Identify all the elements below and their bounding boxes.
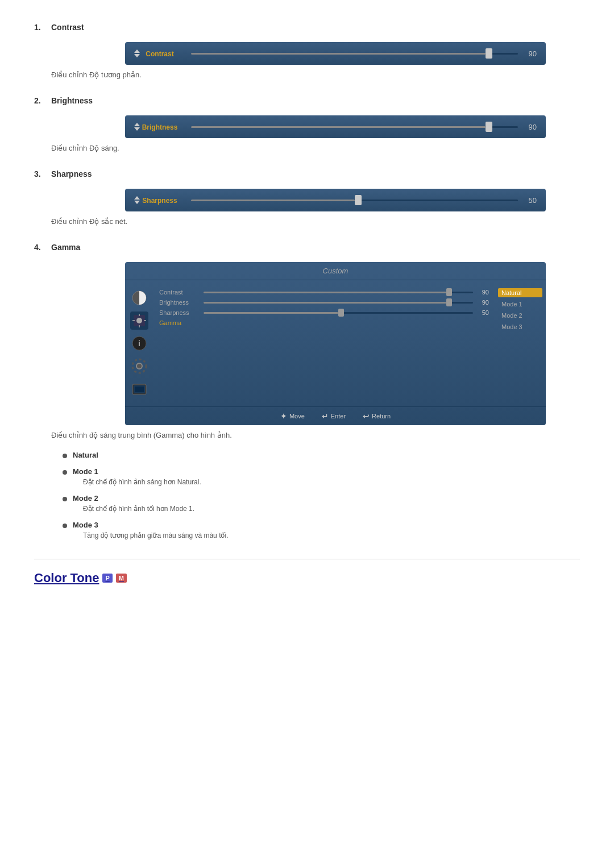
brightness-title: Brightness [51,96,93,105]
brightness-description: Điều chỉnh Độ sáng. [51,144,580,152]
contrast-label: Contrast [146,50,173,58]
bullet-natural-content: Natural [73,451,98,462]
sharpness-label: Sharpness [142,197,177,205]
gamma-sharpness-label: Sharpness [159,309,199,316]
gamma-options-column[interactable]: Natural Mode 1 Mode 2 Mode 3 [495,286,546,401]
bullet-dot-mode1 [63,470,67,475]
gamma-gamma-row: Gamma [159,319,489,326]
contrast-arrow-up[interactable] [134,49,140,53]
sharpness-arrow-up[interactable] [134,196,140,200]
sharpness-icon: i [130,334,148,352]
svg-rect-13 [135,387,144,392]
contrast-header: 1. Contrast [34,23,580,40]
return-icon: ↩ [363,412,370,421]
svg-point-2 [136,318,142,323]
gamma-header: 4. Gamma [34,243,580,260]
gamma-menu-header: Custom [125,262,546,280]
sharpness-track-container: 50 [191,196,537,205]
brightness-slider-ui[interactable]: Brightness 90 [125,115,546,138]
gamma-return-btn[interactable]: ↩ Return [363,412,391,421]
gamma-sharpness-val: 50 [478,309,489,316]
color-tone-title: Color Tone P M [34,571,580,585]
brightness-thumb [486,122,492,132]
contrast-track-container: 90 [191,49,537,58]
svg-point-9 [136,363,142,369]
contrast-arrows[interactable] [134,49,140,57]
gamma-sharpness-track[interactable] [204,312,473,314]
bullet-mode1-content: Mode 1 Đặt chế độ hình ảnh sáng hơn Natu… [73,467,201,488]
bullet-dot-natural [63,454,67,458]
gamma-gear-icon [130,357,148,375]
svg-text:i: i [138,339,140,348]
gamma-contrast-label: Contrast [159,289,199,296]
brightness-header: 2. Brightness [34,96,580,113]
brightness-value: 90 [522,123,537,131]
bullet-mode2-title: Mode 2 [73,494,194,502]
bullet-dot-mode2 [63,497,67,501]
contrast-fill [191,53,486,55]
gamma-option-natural[interactable]: Natural [498,288,542,297]
gamma-sharpness-row: Sharpness 50 [159,309,489,316]
sharpness-description: Điều chỉnh Độ sắc nét. [51,217,580,226]
gamma-move-btn[interactable]: ✦ Move [280,412,305,421]
bullet-natural-title: Natural [73,451,98,459]
sharpness-value: 50 [522,196,537,205]
bullet-mode3-desc: Tăng độ tương phản giữa màu sáng và màu … [83,531,228,539]
gamma-option-mode2[interactable]: Mode 2 [498,311,542,320]
gamma-contrast-val: 90 [478,289,489,296]
gamma-enter-btn[interactable]: ↵ Enter [322,412,346,421]
brightness-label: Brightness [142,123,178,131]
gamma-brightness-track[interactable] [204,302,473,304]
bullet-mode1-desc: Đặt chế độ hình ảnh sáng hơn Natural. [83,478,201,486]
gamma-option-mode1[interactable]: Mode 1 [498,300,542,309]
gamma-icon-column: i [125,286,154,401]
sharpness-slider-ui[interactable]: Sharpness 50 [125,189,546,211]
sharpness-track[interactable] [191,200,518,201]
image-icon [130,380,148,398]
gamma-gamma-label: Gamma [159,319,199,326]
bullet-mode1: Mode 1 Đặt chế độ hình ảnh sáng hơn Natu… [63,467,580,488]
gamma-title: Gamma [51,243,80,252]
brightness-track-container: 90 [191,123,537,131]
return-label: Return [372,413,391,420]
gamma-menu: Custom [125,262,546,425]
gamma-option-mode3[interactable]: Mode 3 [498,322,542,331]
gamma-menu-content: i [125,280,546,406]
bullet-mode2-desc: Đặt chế độ hình ảnh tối hơn Mode 1. [83,505,194,513]
gamma-section: 4. Gamma Custom [34,243,580,542]
brightness-track[interactable] [191,126,518,128]
sharpness-arrows[interactable] [134,196,140,204]
contrast-description: Điều chỉnh Độ tương phản. [51,70,580,79]
gamma-brightness-label: Brightness [159,299,199,306]
brightness-arrow-down[interactable] [134,127,140,131]
contrast-section: 1. Contrast Contrast 90 Điều chỉnh Độ tư… [34,23,580,79]
gamma-contrast-row: Contrast 90 [159,289,489,296]
brightness-number: 2. [34,96,51,105]
contrast-number: 1. [34,23,51,32]
sharpness-section: 3. Sharpness Sharpness 50 Điều chỉnh Độ … [34,169,580,226]
sharpness-number: 3. [34,169,51,178]
badge-m: M [116,574,127,583]
contrast-track[interactable] [191,53,518,55]
color-tone-label: Color Tone [34,571,99,585]
sharpness-fill [191,200,355,201]
brightness-fill [191,126,486,128]
gamma-slider-rows: Contrast 90 Brightness 90 [154,286,495,401]
bullet-mode3-title: Mode 3 [73,521,228,529]
brightness-arrows[interactable] [134,123,140,131]
sharpness-arrow-down[interactable] [134,201,140,204]
brightness-arrow-up[interactable] [134,123,140,126]
gamma-contrast-track[interactable] [204,292,473,293]
sharpness-thumb [355,195,362,205]
contrast-icon [130,289,148,307]
move-icon: ✦ [280,412,287,421]
contrast-arrow-down[interactable] [134,54,140,57]
bullet-mode3: Mode 3 Tăng độ tương phản giữa màu sáng … [63,521,580,542]
brightness-section: 2. Brightness Brightness 90 Điều chỉnh Đ… [34,96,580,152]
badge-p: P [102,574,112,583]
gamma-brightness-row: Brightness 90 [159,299,489,306]
enter-label: Enter [331,413,346,420]
contrast-value: 90 [522,49,537,58]
contrast-thumb [486,48,492,59]
contrast-slider-ui[interactable]: Contrast 90 [125,42,546,65]
